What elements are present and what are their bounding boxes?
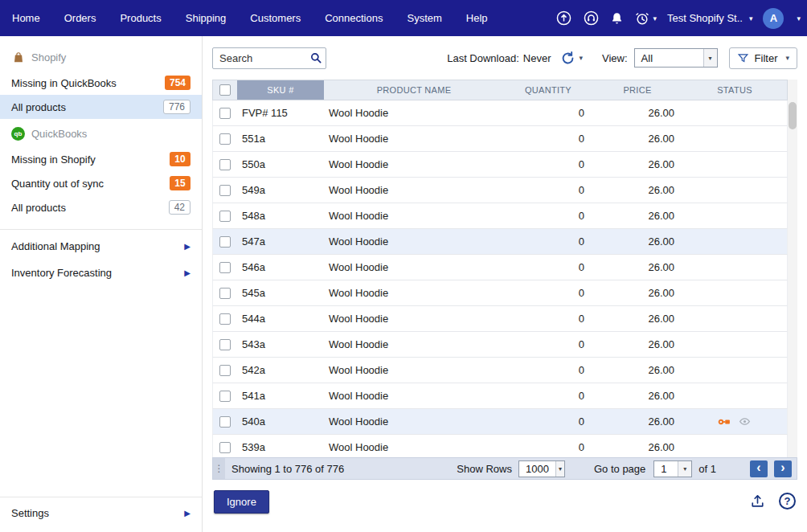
scrollbar-thumb[interactable] (789, 102, 797, 129)
cell-status (682, 126, 787, 151)
cell-status (682, 358, 787, 383)
nav-item-home[interactable]: Home (0, 0, 52, 36)
row-checkbox[interactable] (219, 211, 231, 222)
table-row[interactable]: 549aWool Hoodie026.00 (212, 178, 788, 203)
sidebar: Shopify Missing in QuickBooks754All prod… (0, 36, 203, 532)
cell-price: 26.00 (592, 178, 682, 203)
nav-item-help[interactable]: Help (454, 0, 500, 36)
table-row[interactable]: 542aWool Hoodie026.00 (212, 358, 788, 383)
row-checkbox[interactable] (219, 365, 231, 376)
ignore-button[interactable]: Ignore (214, 490, 269, 514)
row-checkbox[interactable] (219, 262, 231, 273)
cell-status (682, 178, 787, 203)
chevron-down-icon[interactable]: ▾ (579, 54, 583, 62)
row-checkbox[interactable] (219, 416, 231, 428)
help-icon[interactable]: ? (779, 493, 796, 509)
next-page-button[interactable]: › (774, 460, 792, 477)
notifications-bell-icon[interactable] (610, 11, 624, 26)
table-row[interactable]: 541aWool Hoodie026.00 (212, 383, 788, 409)
cell-product-name: Wool Hoodie (324, 435, 504, 457)
row-checkbox[interactable] (219, 236, 231, 248)
nav-item-customers[interactable]: Customers (238, 0, 313, 36)
mapped-link-icon[interactable] (718, 416, 731, 428)
count-badge: 776 (163, 100, 190, 114)
cell-product-name: Wool Hoodie (324, 280, 504, 305)
table-row[interactable]: 545aWool Hoodie026.00 (212, 280, 788, 306)
row-checkbox[interactable] (219, 185, 231, 196)
select-all-checkbox[interactable] (219, 84, 231, 96)
grip-handle[interactable]: ⋮ (213, 458, 225, 479)
sidebar-item-quantity-out-of-sync[interactable]: Quantity out of sync15 (0, 171, 202, 195)
row-checkbox[interactable] (219, 313, 231, 325)
table-row[interactable]: 544aWool Hoodie026.00 (212, 306, 788, 332)
table-row[interactable]: 550aWool Hoodie026.00 (212, 152, 788, 178)
upgrade-arrow-icon[interactable] (555, 10, 572, 27)
table-row[interactable]: 539aWool Hoodie026.00 (212, 435, 788, 457)
row-checkbox[interactable] (219, 159, 231, 170)
chevron-down-icon[interactable]: ▾ (797, 14, 801, 23)
sidebar-item-inventory-forecasting[interactable]: Inventory Forecasting▶ (0, 260, 202, 286)
table-row[interactable]: 548aWool Hoodie026.00 (212, 203, 788, 229)
app-window: HomeOrdersProductsShippingCustomersConne… (0, 0, 807, 532)
column-header-status[interactable]: STATUS (682, 80, 787, 100)
cell-quantity: 0 (504, 409, 592, 434)
support-headset-icon[interactable] (583, 10, 600, 27)
chevron-right-icon: ▶ (184, 509, 190, 518)
nav-item-products[interactable]: Products (108, 0, 173, 36)
nav-item-connections[interactable]: Connections (313, 0, 395, 36)
sidebar-item-missing-in-quickbooks[interactable]: Missing in QuickBooks754 (0, 71, 202, 95)
view-select[interactable]: All ▾ (634, 48, 718, 68)
refresh-icon[interactable] (560, 51, 576, 66)
show-rows-select[interactable]: 1000 ▾ (518, 460, 565, 477)
avatar[interactable]: A (763, 8, 784, 29)
count-badge: 15 (170, 176, 190, 190)
table-row[interactable]: 546aWool Hoodie026.00 (212, 255, 788, 280)
row-checkbox[interactable] (219, 391, 231, 402)
count-badge: 754 (165, 76, 190, 90)
sidebar-item-additional-mapping[interactable]: Additional Mapping▶ (0, 233, 202, 260)
search-input[interactable] (213, 52, 306, 64)
cell-sku: 546a (237, 255, 324, 280)
export-upload-icon[interactable] (749, 493, 766, 509)
count-badge: 42 (169, 200, 190, 215)
preview-eye-icon[interactable] (738, 415, 752, 428)
view-select-value: All (635, 49, 703, 67)
search-box[interactable] (212, 47, 326, 69)
cell-price: 26.00 (592, 229, 682, 254)
column-header-product-name[interactable]: PRODUCT NAME (324, 80, 504, 100)
column-header-price[interactable]: PRICE (592, 80, 682, 100)
row-checkbox[interactable] (219, 108, 231, 119)
table-row[interactable]: 540aWool Hoodie026.00 (212, 409, 788, 435)
quickbooks-filter-list: Missing in Shopify10Quantity out of sync… (0, 147, 202, 219)
goto-page-input[interactable]: 1 ▾ (653, 460, 692, 477)
row-checkbox[interactable] (219, 288, 231, 299)
cell-price: 26.00 (592, 409, 682, 434)
sidebar-item-all-products[interactable]: All products776 (0, 95, 202, 119)
cell-sku: 550a (237, 152, 324, 177)
prev-page-button[interactable]: ‹ (750, 460, 768, 477)
row-checkbox[interactable] (219, 133, 231, 145)
scheduler-clock-icon[interactable]: ▾ (634, 10, 657, 27)
table-row[interactable]: 551aWool Hoodie026.00 (212, 126, 788, 152)
store-selector[interactable]: Test Shopify St.. ▾ (667, 12, 752, 24)
sidebar-item-missing-in-shopify[interactable]: Missing in Shopify10 (0, 147, 202, 171)
sidebar-item-settings[interactable]: Settings ▶ (0, 497, 202, 521)
row-checkbox[interactable] (219, 442, 231, 453)
nav-item-shipping[interactable]: Shipping (174, 0, 239, 36)
divider (0, 229, 202, 230)
nav-item-system[interactable]: System (395, 0, 453, 36)
row-checkbox[interactable] (219, 339, 231, 350)
table-row[interactable]: 543aWool Hoodie026.00 (212, 332, 788, 358)
table-row[interactable]: FVP# 115Wool Hoodie026.00 (212, 100, 788, 126)
shopify-filter-list: Missing in QuickBooks754All products776 (0, 71, 202, 119)
utility-icons: ? (749, 490, 796, 509)
column-header-quantity[interactable]: QUANTITY (504, 80, 592, 100)
sidebar-item-all-products[interactable]: All products42 (0, 195, 202, 219)
chevron-down-icon: ▾ (749, 14, 753, 23)
table-row[interactable]: 547aWool Hoodie026.00 (212, 229, 788, 255)
filter-button[interactable]: Filter ▾ (729, 47, 797, 69)
nav-item-orders[interactable]: Orders (52, 0, 109, 36)
column-header-sku[interactable]: SKU # (237, 80, 324, 100)
search-icon[interactable] (306, 51, 326, 64)
vertical-scrollbar[interactable] (788, 80, 797, 457)
